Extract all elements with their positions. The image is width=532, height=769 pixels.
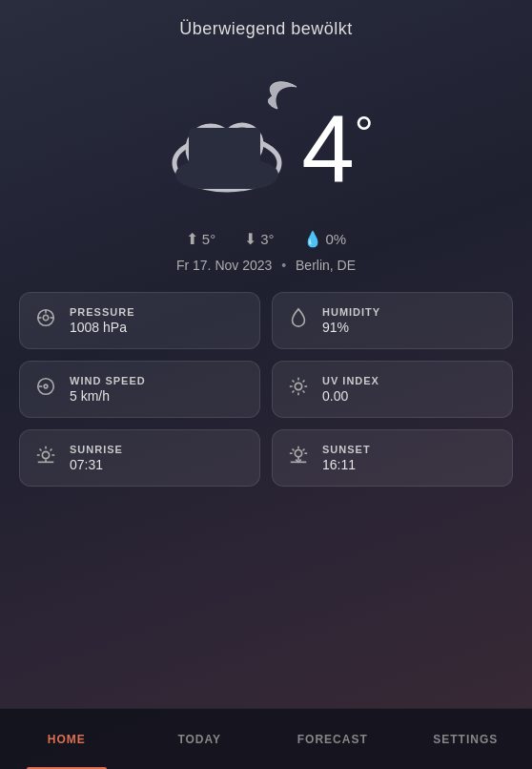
nav-forecast-label: FORECAST (297, 733, 368, 746)
low-value: 3° (260, 231, 274, 247)
uv-index-card: UV INDEX 0.00 (272, 361, 513, 418)
date-text: Fr 17. Nov 2023 (176, 258, 272, 273)
weather-condition-title: Überwiegend bewölkt (179, 19, 353, 39)
nav-home-label: HOME (48, 733, 86, 746)
pressure-card: PRESSURE 1008 hPa (19, 292, 260, 349)
high-icon: ⬆ (186, 230, 198, 248)
svg-point-30 (295, 450, 301, 457)
sunset-icon (288, 445, 309, 471)
pressure-content: PRESSURE 1008 hPa (70, 306, 135, 335)
wind-icon (35, 376, 56, 403)
nav-settings-label: SETTINGS (433, 733, 498, 746)
low-stat: ⬇ 3° (244, 230, 274, 248)
separator: • (281, 258, 286, 273)
wind-speed-label: WIND SPEED (70, 375, 146, 386)
svg-line-24 (40, 449, 42, 451)
svg-point-22 (42, 451, 49, 458)
rain-icon: 💧 (303, 230, 322, 248)
uv-index-label: UV INDEX (322, 375, 379, 386)
temperature-display: 4° (301, 101, 374, 197)
sunrise-value: 07:31 (70, 457, 123, 472)
pressure-value: 1008 hPa (70, 320, 135, 335)
sunrise-content: SUNRISE 07:31 (70, 444, 123, 472)
svg-line-27 (51, 449, 52, 451)
date-location: Fr 17. Nov 2023 • Berlin, DE (176, 258, 356, 273)
info-grid: PRESSURE 1008 hPa HUMIDITY 91% (0, 273, 532, 487)
weather-icon (158, 73, 320, 197)
humidity-icon (288, 307, 309, 334)
svg-line-20 (303, 381, 305, 383)
weather-icon-temp-area: 4° (0, 49, 532, 220)
svg-point-6 (43, 315, 49, 321)
rain-value: 0% (326, 231, 347, 247)
svg-line-18 (293, 381, 295, 383)
humidity-value: 91% (322, 320, 380, 335)
temperature-value: 4 (301, 95, 355, 202)
sunset-content: SUNSET 16:11 (322, 444, 371, 472)
wind-speed-value: 5 km/h (70, 388, 146, 404)
humidity-label: HUMIDITY (322, 306, 380, 318)
svg-line-21 (293, 391, 295, 393)
nav-today-label: TODAY (177, 733, 221, 746)
uv-index-content: UV INDEX 0.00 (322, 375, 379, 404)
uv-index-value: 0.00 (322, 388, 379, 404)
sunset-card: SUNSET 16:11 (272, 429, 513, 487)
uv-icon (288, 376, 309, 403)
sunrise-label: SUNRISE (70, 444, 123, 455)
nav-today[interactable]: TODAY (133, 709, 267, 769)
sunset-label: SUNSET (322, 444, 371, 455)
svg-point-11 (44, 384, 48, 388)
sunrise-card: SUNRISE 07:31 (19, 429, 260, 487)
svg-rect-4 (189, 128, 260, 166)
pressure-icon (35, 307, 56, 334)
svg-line-19 (303, 391, 305, 393)
svg-line-35 (303, 449, 305, 451)
location-text: Berlin, DE (296, 258, 356, 273)
rain-stat: 💧 0% (303, 230, 347, 248)
humidity-card: HUMIDITY 91% (272, 292, 513, 349)
svg-line-32 (293, 449, 295, 451)
temperature-unit: ° (355, 107, 374, 160)
wind-speed-card: WIND SPEED 5 km/h (19, 361, 260, 418)
nav-home[interactable]: HOME (0, 709, 133, 769)
nav-settings[interactable]: SETTINGS (399, 709, 533, 769)
nav-forecast[interactable]: FORECAST (266, 709, 399, 769)
svg-point-13 (295, 383, 301, 389)
pressure-label: PRESSURE (70, 306, 135, 318)
wind-speed-content: WIND SPEED 5 km/h (70, 375, 146, 404)
bottom-nav: HOME TODAY FORECAST SETTINGS (0, 708, 532, 769)
sunset-value: 16:11 (322, 457, 371, 472)
high-value: 5° (202, 231, 215, 247)
humidity-content: HUMIDITY 91% (322, 306, 380, 335)
sunrise-icon (35, 445, 56, 471)
low-icon: ⬇ (244, 230, 256, 248)
high-stat: ⬆ 5° (186, 230, 215, 248)
stats-row: ⬆ 5° ⬇ 3° 💧 0% (186, 230, 346, 248)
